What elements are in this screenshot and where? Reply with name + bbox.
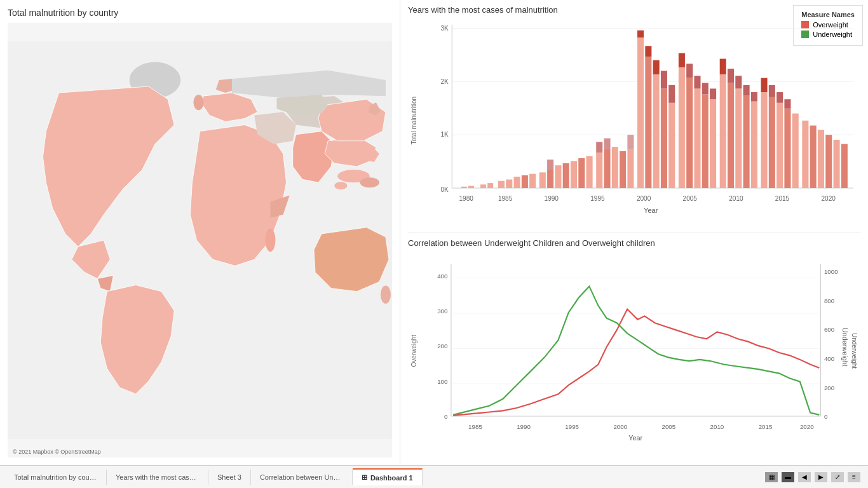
svg-point-2 [193, 95, 203, 110]
svg-text:200: 200 [824, 384, 835, 391]
svg-rect-29 [468, 186, 474, 188]
svg-rect-58 [653, 60, 660, 74]
tab-sheet3[interactable]: Sheet 3 [208, 470, 251, 485]
svg-text:2010: 2010 [710, 423, 724, 430]
svg-text:2010: 2010 [729, 195, 743, 202]
bar-chart-section: Years with the most cases of malnutritio… [408, 5, 860, 233]
svg-point-7 [265, 229, 275, 252]
tab-correlation[interactable]: Correlation between Underweig... [251, 470, 353, 485]
svg-text:100: 100 [437, 378, 448, 385]
svg-rect-93 [810, 126, 817, 188]
svg-rect-40 [555, 165, 561, 188]
svg-rect-73 [720, 74, 726, 188]
svg-rect-92 [802, 121, 808, 188]
svg-rect-70 [702, 83, 709, 95]
line-chart-area: Overweight 0 100 200 300 [408, 251, 860, 451]
svg-rect-39 [547, 159, 553, 170]
svg-rect-71 [710, 99, 716, 188]
fullscreen-button[interactable]: ⤢ [831, 472, 844, 482]
list-view-button[interactable]: ▬ [782, 472, 794, 482]
svg-rect-48 [604, 139, 610, 149]
svg-text:3K: 3K [440, 25, 449, 32]
svg-rect-77 [735, 88, 742, 187]
svg-rect-45 [596, 152, 602, 188]
tab-dashboard1-label: Dashboard 1 [370, 474, 413, 482]
svg-rect-32 [498, 181, 505, 188]
svg-point-5 [334, 182, 347, 189]
svg-rect-94 [818, 130, 824, 188]
tab-years-most-cases[interactable]: Years with the most cases of ma... [107, 470, 208, 485]
svg-rect-31 [487, 183, 493, 188]
line-y-right-label: Underweight [848, 251, 860, 451]
svg-rect-51 [627, 149, 634, 187]
svg-text:2000: 2000 [613, 423, 627, 430]
svg-rect-33 [506, 180, 512, 188]
line-chart-inner: 0 100 200 300 400 0 200 400 600 800 1000 [420, 251, 848, 451]
grid-view-button[interactable]: ▦ [765, 472, 778, 482]
svg-rect-52 [627, 135, 634, 149]
svg-rect-86 [769, 85, 775, 97]
svg-rect-60 [661, 71, 667, 89]
svg-rect-97 [841, 144, 848, 188]
taskbar-controls: ▦ ▬ ◀ ▶ ⤢ ≡ [765, 472, 863, 482]
dashboard-icon: ⊞ [362, 473, 367, 482]
svg-rect-44 [587, 156, 593, 188]
svg-rect-57 [653, 74, 660, 188]
svg-rect-53 [637, 37, 644, 188]
map-panel: Total malnutrition by country [0, 0, 400, 465]
svg-text:2005: 2005 [661, 423, 675, 430]
svg-rect-49 [612, 147, 618, 188]
svg-text:0: 0 [444, 414, 448, 421]
svg-rect-43 [578, 158, 585, 188]
svg-text:Year: Year [628, 434, 642, 442]
svg-rect-67 [694, 88, 700, 187]
svg-text:1985: 1985 [498, 195, 513, 202]
svg-rect-90 [784, 99, 790, 109]
next-button[interactable]: ▶ [815, 472, 827, 482]
right-panel: Measure Names Overweight Underweight Yea… [400, 0, 868, 465]
svg-point-4 [360, 177, 379, 187]
svg-text:1985: 1985 [468, 423, 482, 430]
svg-rect-62 [668, 85, 675, 103]
svg-point-6 [381, 286, 391, 304]
svg-rect-30 [480, 184, 486, 188]
svg-text:0K: 0K [440, 186, 449, 193]
settings-button[interactable]: ≡ [848, 472, 860, 482]
svg-text:2020: 2020 [800, 423, 814, 430]
svg-text:2020: 2020 [822, 195, 836, 202]
svg-text:Underweight: Underweight [841, 328, 848, 367]
svg-text:2005: 2005 [683, 195, 698, 202]
svg-rect-87 [776, 103, 783, 188]
svg-rect-68 [694, 76, 700, 88]
svg-rect-34 [514, 177, 520, 188]
svg-text:1K: 1K [440, 131, 449, 138]
svg-rect-61 [668, 103, 675, 188]
svg-rect-80 [743, 85, 750, 96]
svg-text:600: 600 [824, 327, 835, 334]
svg-rect-89 [784, 109, 790, 188]
svg-text:2K: 2K [440, 78, 449, 85]
svg-rect-37 [539, 172, 546, 188]
svg-text:1990: 1990 [517, 423, 531, 430]
svg-rect-91 [792, 114, 799, 188]
line-chart-title: Correlation between Underweight Children… [408, 238, 860, 249]
bar-chart-title: Years with the most cases of malnutritio… [408, 5, 860, 15]
prev-button[interactable]: ◀ [798, 472, 811, 482]
tab-total-malnutrition[interactable]: Total malnutrition by country [5, 470, 107, 485]
svg-rect-74 [720, 59, 726, 75]
svg-rect-35 [522, 175, 528, 188]
svg-text:800: 800 [824, 297, 835, 304]
svg-rect-75 [728, 83, 734, 188]
map-container[interactable]: © 2021 Mapbox © OpenStreetMap [8, 23, 392, 458]
svg-rect-55 [645, 57, 651, 188]
line-y-left-label: Overweight [408, 251, 420, 451]
svg-rect-63 [679, 67, 685, 188]
svg-rect-64 [679, 53, 685, 67]
svg-rect-59 [661, 88, 667, 187]
svg-text:2015: 2015 [775, 195, 790, 202]
tab-dashboard1[interactable]: ⊞ Dashboard 1 [353, 468, 423, 485]
svg-rect-96 [834, 140, 840, 188]
svg-text:2000: 2000 [637, 195, 651, 202]
svg-rect-50 [620, 151, 626, 188]
svg-rect-36 [529, 174, 536, 188]
